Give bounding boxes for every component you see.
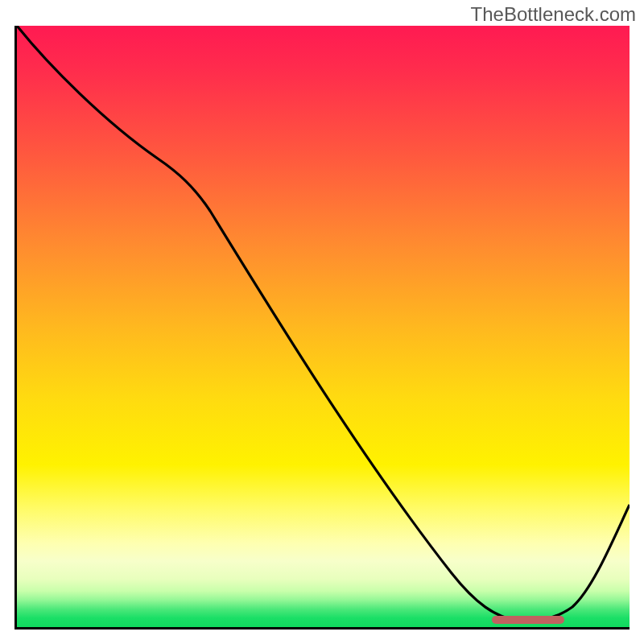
plot-area <box>14 26 630 630</box>
watermark-text: TheBottleneck.com <box>471 3 636 26</box>
curve-svg <box>17 26 630 627</box>
highlight-marker <box>492 616 564 624</box>
bottleneck-curve <box>17 26 630 621</box>
chart-container: TheBottleneck.com <box>0 0 644 644</box>
